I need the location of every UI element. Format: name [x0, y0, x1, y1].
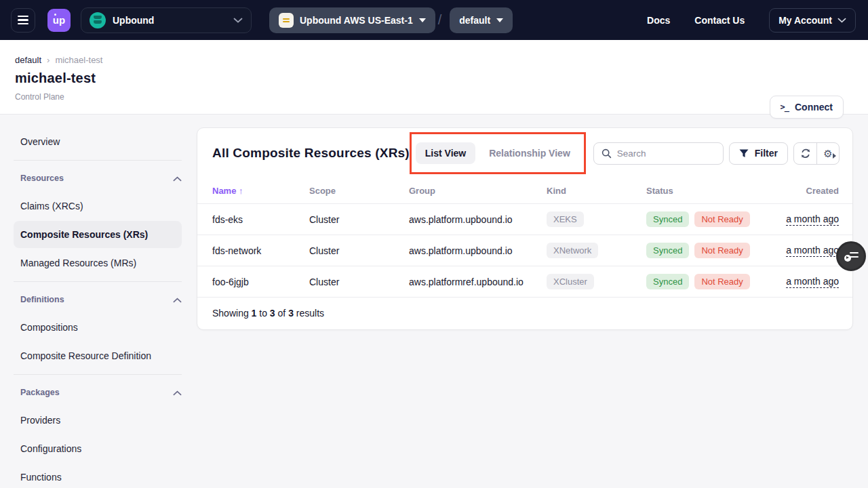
column-header-scope[interactable]: Scope	[309, 186, 409, 196]
organization-selector[interactable]: Upbound	[81, 7, 252, 33]
refresh-icon	[800, 148, 811, 159]
breadcrumb-root[interactable]: default	[15, 55, 41, 65]
status-badge-synced: Synced	[646, 274, 689, 289]
view-toggle-list-view[interactable]: List View	[416, 142, 475, 164]
sidebar-divider	[14, 374, 182, 375]
control-plane-icon	[279, 13, 294, 28]
column-header-kind[interactable]: Kind	[547, 186, 646, 196]
results-summary-part: results	[294, 308, 324, 319]
sidebar-item-composite-resource-definition[interactable]: Composite Resource Definition	[14, 342, 182, 369]
results-summary-part: of	[275, 308, 288, 319]
auto-refresh-settings-button[interactable]: ⚙	[816, 143, 839, 164]
search-input[interactable]	[617, 148, 737, 159]
page-title: michael-test	[15, 70, 868, 86]
panel-title: All Composite Resources (XRs)	[212, 146, 410, 161]
cell-group: aws.platform.upbound.io	[409, 245, 547, 256]
sidebar-section-packages[interactable]: Packages	[20, 380, 182, 405]
column-header-status[interactable]: Status	[646, 186, 772, 196]
table-row[interactable]: fds-networkClusteraws.platform.upbound.i…	[197, 235, 852, 266]
nav-link-contact-us[interactable]: Contact Us	[694, 15, 745, 26]
cell-group: aws.platform.upbound.io	[409, 214, 547, 225]
breadcrumb: default › michael-test	[15, 55, 868, 65]
cell-created: a month ago	[772, 276, 839, 288]
sidebar-item-claims-xrcs[interactable]: Claims (XRCs)	[14, 192, 182, 220]
cell-status: SyncedNot Ready	[646, 243, 772, 258]
nav-link-docs[interactable]: Docs	[647, 15, 670, 26]
caret-down-icon	[419, 18, 426, 22]
cell-scope: Cluster	[309, 245, 409, 256]
my-account-button[interactable]: My Account	[769, 8, 856, 33]
control-plane-selector[interactable]: Upbound AWS US-East-1	[269, 7, 435, 33]
sidebar-item-providers[interactable]: Providers	[14, 407, 182, 434]
sidebar-item-managed-resources-mrs[interactable]: Managed Resources (MRs)	[14, 249, 182, 277]
sidebar: Overview ResourcesClaims (XRCs)Composite…	[0, 115, 197, 488]
table-row[interactable]: foo-6jgjbClusteraws.platformref.upbound.…	[197, 266, 852, 298]
sidebar-section-title: Definitions	[20, 295, 64, 304]
status-badge-synced: Synced	[646, 211, 689, 227]
connect-button[interactable]: >_ Connect	[770, 96, 844, 119]
cell-scope: Cluster	[309, 214, 409, 225]
terminal-icon: >_	[781, 102, 789, 112]
table-row[interactable]: fds-eksClusteraws.platform.upbound.ioXEK…	[197, 204, 852, 235]
filter-icon	[739, 149, 749, 158]
sidebar-section-resources[interactable]: Resources	[20, 165, 182, 191]
hamburger-menu-button[interactable]	[11, 8, 35, 33]
view-toggle: List ViewRelationship View	[416, 142, 580, 164]
cell-status: SyncedNot Ready	[646, 274, 772, 289]
feedback-list-icon	[844, 251, 859, 262]
top-navbar: up Upbound Upbound AWS US-East-1 / defau…	[0, 0, 868, 40]
resources-panel: All Composite Resources (XRs) List ViewR…	[197, 127, 853, 330]
table-header-row: Name ↑ScopeGroupKindStatusCreated	[197, 178, 852, 204]
sidebar-divider	[14, 281, 182, 282]
status-badge-not-ready: Not Ready	[694, 211, 749, 227]
kind-badge: XEKS	[547, 211, 584, 227]
column-header-group[interactable]: Group	[409, 186, 547, 196]
cell-created: a month ago	[772, 214, 839, 226]
column-header-created[interactable]: Created	[772, 186, 839, 196]
sidebar-section-title: Resources	[20, 174, 64, 183]
organization-name: Upbound	[113, 15, 154, 26]
sidebar-section-title: Packages	[20, 388, 60, 397]
filter-label: Filter	[755, 148, 778, 159]
status-badge-not-ready: Not Ready	[694, 243, 749, 258]
namespace-selector[interactable]: default	[450, 7, 513, 33]
breadcrumb-separator-icon: ›	[47, 55, 50, 65]
cell-kind: XNetwork	[547, 243, 646, 258]
path-separator: /	[438, 12, 442, 28]
sidebar-item-overview[interactable]: Overview	[14, 128, 182, 155]
cell-kind: XEKS	[547, 211, 646, 227]
refresh-button[interactable]	[794, 143, 816, 164]
cell-name: foo-6jgjb	[212, 277, 309, 287]
chevron-up-icon	[173, 386, 182, 399]
feedback-widget-button[interactable]	[836, 241, 866, 271]
page-subtitle: Control Plane	[15, 92, 868, 102]
sidebar-item-compositions[interactable]: Compositions	[14, 314, 182, 341]
results-summary: Showing 1 to 3 of 3 results	[197, 298, 852, 329]
chevron-down-icon	[233, 18, 243, 23]
sidebar-section-definitions[interactable]: Definitions	[20, 287, 182, 312]
cell-kind: XCluster	[547, 274, 646, 289]
sidebar-item-functions[interactable]: Functions	[14, 464, 182, 488]
namespace-name: default	[459, 15, 490, 26]
cell-status: SyncedNot Ready	[646, 211, 772, 227]
chevron-down-icon	[837, 18, 846, 23]
search-icon	[601, 148, 612, 159]
sidebar-item-composite-resources-xrs[interactable]: Composite Resources (XRs)	[14, 221, 182, 248]
chevron-up-icon	[173, 293, 182, 306]
column-header-name[interactable]: Name ↑	[212, 186, 309, 196]
created-tooltip-link[interactable]: a month ago	[786, 245, 839, 257]
cell-name: fds-network	[212, 245, 309, 256]
navbar-right-group: DocsContact Us My Account	[647, 8, 856, 33]
created-tooltip-link[interactable]: a month ago	[786, 276, 839, 288]
upbound-logo[interactable]: up	[47, 9, 71, 32]
sidebar-item-configurations[interactable]: Configurations	[14, 435, 182, 462]
filter-button[interactable]: Filter	[729, 142, 788, 165]
status-badge-synced: Synced	[646, 243, 689, 258]
breadcrumb-current: michael-test	[55, 55, 102, 65]
caret-down-icon	[496, 18, 503, 22]
created-tooltip-link[interactable]: a month ago	[786, 214, 839, 226]
kind-badge: XCluster	[547, 274, 594, 289]
view-toggle-relationship-view[interactable]: Relationship View	[479, 142, 580, 164]
search-box	[593, 142, 724, 165]
connect-label: Connect	[795, 102, 833, 113]
